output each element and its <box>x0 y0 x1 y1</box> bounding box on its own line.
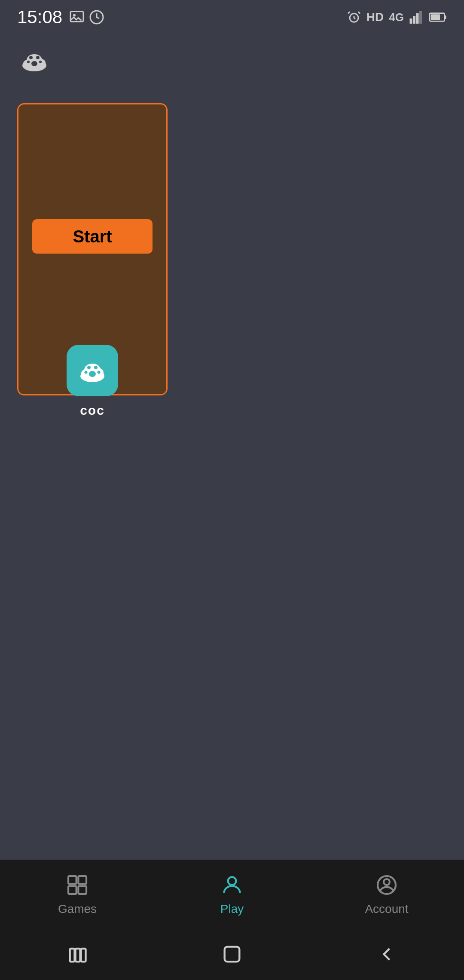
svg-rect-48 <box>68 876 76 884</box>
svg-rect-11 <box>445 15 446 19</box>
status-left: 15:08 <box>17 7 104 28</box>
svg-point-46 <box>98 371 101 374</box>
game-icon[interactable] <box>67 345 118 396</box>
games-nav-label: Games <box>58 902 97 916</box>
svg-point-47 <box>89 371 96 377</box>
play-nav-icon <box>219 872 245 898</box>
hd-label: HD <box>366 10 384 24</box>
bottom-nav: Games Play Account <box>0 860 464 928</box>
svg-point-45 <box>85 371 88 374</box>
svg-point-52 <box>228 877 236 885</box>
game-card: Start <box>17 103 168 395</box>
coc-game-icon <box>73 351 112 390</box>
battery-icon <box>430 9 447 25</box>
back-button[interactable] <box>375 943 398 965</box>
svg-rect-55 <box>70 949 75 962</box>
svg-point-54 <box>384 879 390 885</box>
app-header <box>0 34 464 86</box>
svg-point-20 <box>39 61 42 63</box>
svg-point-43 <box>87 366 91 369</box>
games-nav-icon <box>64 872 90 898</box>
svg-rect-58 <box>225 947 240 962</box>
start-button[interactable]: Start <box>32 219 153 254</box>
app-logo <box>17 43 52 77</box>
svg-rect-57 <box>81 949 86 962</box>
svg-rect-9 <box>419 11 422 24</box>
game-icon-container: coc <box>67 345 118 418</box>
svg-line-5 <box>358 12 360 13</box>
status-time: 15:08 <box>17 7 62 28</box>
image-icon <box>69 9 85 25</box>
svg-point-1 <box>73 14 76 17</box>
svg-line-4 <box>348 12 350 13</box>
svg-point-19 <box>27 61 30 63</box>
account-nav-label: Account <box>365 902 408 916</box>
nav-item-account[interactable]: Account <box>309 872 464 916</box>
svg-point-18 <box>36 56 40 59</box>
svg-point-21 <box>31 61 37 66</box>
nav-item-play[interactable]: Play <box>155 872 309 916</box>
status-bar: 15:08 HD 4G <box>0 0 464 34</box>
clock-icon <box>89 9 104 25</box>
status-icons-left <box>69 9 104 25</box>
svg-point-44 <box>94 366 98 369</box>
svg-rect-49 <box>78 876 86 884</box>
signal-icon <box>409 9 424 25</box>
svg-rect-12 <box>431 14 440 20</box>
paw-cloud-logo-icon <box>17 43 52 77</box>
main-content: Start <box>0 86 464 408</box>
system-nav <box>0 928 464 980</box>
4g-label: 4G <box>389 11 404 24</box>
svg-rect-50 <box>68 886 76 894</box>
svg-rect-6 <box>410 18 412 24</box>
svg-rect-51 <box>78 886 86 894</box>
play-nav-label: Play <box>220 902 244 916</box>
account-nav-icon <box>374 872 400 898</box>
status-right: HD 4G <box>347 9 447 25</box>
home-button[interactable] <box>221 943 243 965</box>
svg-point-17 <box>29 56 33 59</box>
recents-button[interactable] <box>66 943 89 965</box>
svg-rect-7 <box>413 16 415 24</box>
svg-rect-56 <box>76 949 80 962</box>
alarm-icon <box>347 10 361 24</box>
svg-rect-8 <box>416 13 419 24</box>
game-name: coc <box>80 403 105 418</box>
nav-item-games[interactable]: Games <box>0 872 155 916</box>
